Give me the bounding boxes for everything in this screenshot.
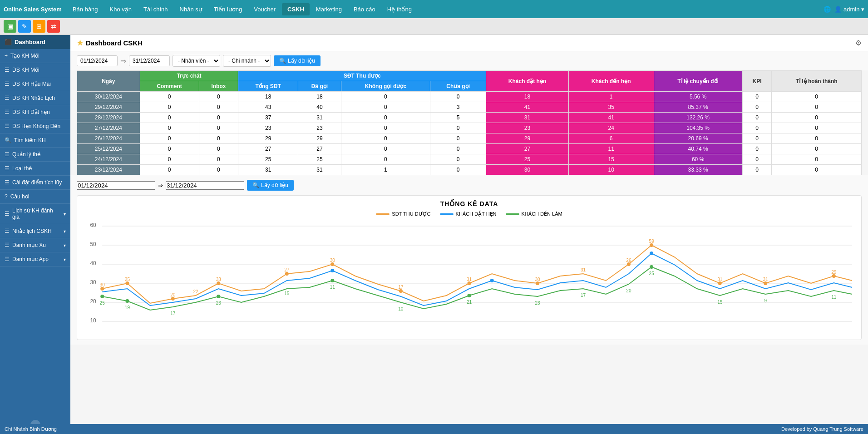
- tool-btn-orange[interactable]: ⊞: [33, 20, 45, 33]
- svg-point-25: [832, 274, 836, 278]
- svg-text:22: 22: [193, 289, 198, 294]
- sidebar-item-nhac-lich-cskh[interactable]: ☰ Nhắc lịch CSKH ▾: [0, 224, 70, 238]
- th-khong-goi: Không gọi được: [341, 81, 430, 92]
- sidebar-item-ds-hen-khong-den[interactable]: ☰ DS Hẹn Không Đến: [0, 119, 70, 133]
- td-khach-dat-hen: 29: [486, 133, 569, 144]
- filter-submit-button[interactable]: 🔍 Lấy dữ liệu: [274, 55, 321, 66]
- chart-filter-bar: ⇒ 🔍 Lấy dữ liệu: [77, 180, 862, 191]
- td-tong-sdt: 31: [238, 165, 298, 175]
- nav-he-thong[interactable]: Hệ thống: [382, 3, 417, 15]
- chevron-down-icon-2: ▾: [64, 229, 66, 234]
- td-tong-sdt: 29: [238, 133, 298, 144]
- sidebar-item-danh-muc-app[interactable]: ☰ Danh mục App ▾: [0, 252, 70, 266]
- date-separator: ⇒: [120, 57, 126, 65]
- th-kpi: KPI: [742, 71, 772, 92]
- svg-text:31: 31: [717, 277, 723, 282]
- td-kpi: 0: [742, 113, 772, 123]
- sidebar-item-ds-kh-dat-hen[interactable]: ☰ DS KH Đặt hẹn: [0, 105, 70, 119]
- table-body: 30/12/2024 0 0 18 18 0 0 18 1 5.56 % 0 0…: [77, 92, 862, 175]
- td-tong-sdt: 27: [238, 144, 298, 154]
- chart-filter-button[interactable]: 🔍 Lấy dữ liệu: [247, 180, 294, 191]
- td-chua-goi: 0: [430, 154, 486, 165]
- tool-btn-green[interactable]: ▣: [4, 20, 16, 33]
- svg-point-14: [171, 297, 175, 301]
- svg-point-13: [125, 281, 129, 285]
- tool-btn-blue[interactable]: ✎: [18, 20, 31, 33]
- sidebar-item-cai-dat-diem-tich-luy[interactable]: ☰ Cài đặt điểm tích lũy: [0, 176, 70, 190]
- td-ti-le: 5.56 %: [654, 92, 742, 102]
- table-row: 24/12/2024 0 0 25 25 0 0 25 15 60 % 0 0: [77, 154, 862, 165]
- sidebar-item-cau-hoi[interactable]: ? Câu hỏi: [0, 190, 70, 204]
- sidebar-item-ds-kh-hau-mai[interactable]: ☰ DS KH Hậu Mãi: [0, 77, 70, 91]
- filter-bar: ⇒ - Nhân viên - - Chi nhánh - 🔍 Lấy dữ l…: [70, 51, 868, 70]
- sidebar-item-lich-su-kh-danh-gia[interactable]: ☰ Lịch sử KH đánh giá ▾: [0, 204, 70, 224]
- settings-icon[interactable]: ⚙: [855, 39, 862, 47]
- svg-text:23: 23: [535, 301, 541, 306]
- legend-dot-khach-dat-hen: [440, 213, 454, 215]
- svg-point-31: [217, 295, 220, 298]
- svg-text:25: 25: [100, 301, 105, 306]
- th-comment: Comment: [140, 81, 199, 92]
- svg-text:31: 31: [581, 267, 586, 272]
- list-icon-2: ☰: [5, 81, 10, 87]
- nav-nhan-su[interactable]: Nhân sự: [174, 3, 207, 15]
- td-khong-goi: 0: [341, 113, 430, 123]
- table-row: 28/12/2024 0 0 37 31 0 5 31 41 132.26 % …: [77, 113, 862, 123]
- legend-label-sdt: SĐT THU ĐƯỢC: [392, 211, 430, 217]
- svg-text:23: 23: [216, 301, 222, 306]
- chart-to-date[interactable]: [166, 181, 244, 190]
- sidebar-item-tao-kh-moi[interactable]: + Tạo KH Mới: [0, 49, 70, 63]
- sidebar: ⬛ Dashboard + Tạo KH Mới ☰ DS KH Mới ☰ D…: [0, 35, 70, 433]
- sidebar-item-ds-kh-moi[interactable]: ☰ DS KH Mới: [0, 63, 70, 77]
- question-icon: ?: [5, 193, 8, 200]
- filter-employee-select[interactable]: - Nhân viên -: [173, 55, 220, 67]
- td-tong-sdt: 18: [238, 92, 298, 102]
- main-layout: ⬛ Dashboard + Tạo KH Mới ☰ DS KH Mới ☰ D…: [0, 35, 868, 433]
- td-comment: 0: [140, 165, 199, 175]
- chart-svg: 60 50 40 30 20 10: [82, 222, 857, 335]
- td-da-goi: 18: [298, 92, 341, 102]
- chevron-down-icon-3: ▾: [64, 243, 66, 248]
- sidebar-item-ds-kh-nhac-lich[interactable]: ☰ DS KH Nhắc Lịch: [0, 91, 70, 105]
- td-da-goi: 27: [298, 144, 341, 154]
- nav-tai-chinh[interactable]: Tài chính: [138, 3, 173, 15]
- nav-cskh[interactable]: CSKH: [282, 3, 310, 15]
- nav-ban-hang[interactable]: Bán hàng: [67, 3, 104, 15]
- sidebar-item-loai-the[interactable]: ☰ Loại thẻ: [0, 162, 70, 176]
- user-info[interactable]: 👤 admin ▾: [834, 6, 864, 13]
- chart-from-date[interactable]: [77, 181, 155, 190]
- td-khach-den-hen: 1: [568, 92, 654, 102]
- nav-marketing[interactable]: Marketing: [311, 3, 347, 15]
- td-khach-dat-hen: 31: [486, 113, 569, 123]
- svg-text:40: 40: [90, 260, 96, 266]
- filter-branch-select[interactable]: - Chi nhánh -: [223, 55, 271, 67]
- sidebar-item-danh-muc-xu[interactable]: ☰ Danh mục Xu ▾: [0, 238, 70, 252]
- svg-point-26: [650, 252, 653, 255]
- chart-legend: SĐT THU ĐƯỢC KHÁCH ĐẶT HẸN KHÁCH ĐẾN LÀM: [82, 211, 857, 217]
- branch-info: Chi Nhánh Bình Dương: [5, 426, 57, 432]
- sidebar-item-tim-kiem-kh[interactable]: 🔍 Tìm kiếm KH: [0, 133, 70, 148]
- nav-tien-luong[interactable]: Tiền lương: [208, 3, 248, 15]
- td-tong-sdt: 37: [238, 113, 298, 123]
- td-kpi: 0: [742, 133, 772, 144]
- td-kpi: 0: [742, 123, 772, 133]
- svg-point-20: [536, 281, 539, 285]
- nav-bao-cao[interactable]: Báo cáo: [348, 3, 381, 15]
- tool-btn-red[interactable]: ⇄: [47, 20, 60, 33]
- td-inbox: 0: [199, 113, 238, 123]
- sidebar-label-danh-muc-xu: Danh mục Xu: [12, 242, 46, 248]
- status-bar: Chi Nhánh Bình Dương Developed by Quang …: [0, 424, 868, 433]
- td-khach-den-hen: 10: [568, 165, 654, 175]
- nav-kho-van[interactable]: Kho vận: [104, 3, 137, 15]
- developer-credit: Developed by Quang Trung Software: [781, 426, 863, 432]
- svg-text:20: 20: [626, 288, 631, 293]
- list-icon-10: ☰: [5, 228, 10, 234]
- filter-to-date[interactable]: [129, 55, 170, 66]
- sidebar-item-quan-ly-the[interactable]: ☰ Quản lý thẻ: [0, 148, 70, 162]
- td-khach-dat-hen: 30: [486, 165, 569, 175]
- svg-text:25: 25: [125, 277, 130, 282]
- globe-icon[interactable]: 🌐: [824, 6, 831, 13]
- svg-point-22: [650, 243, 653, 247]
- nav-voucher[interactable]: Voucher: [248, 3, 281, 15]
- filter-from-date[interactable]: [77, 55, 118, 66]
